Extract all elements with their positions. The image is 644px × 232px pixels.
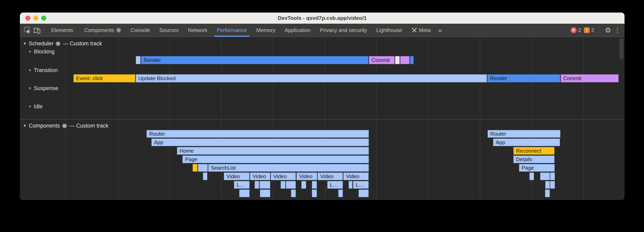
flame-bar-label: Details <box>514 156 532 163</box>
flame-bar[interactable] <box>286 181 296 189</box>
flame-bar-render[interactable]: Render <box>141 56 368 64</box>
flame-bar-label: L… <box>234 182 245 188</box>
flame-bar[interactable] <box>198 164 208 172</box>
tab-components[interactable]: Components <box>78 24 126 37</box>
flame-bar[interactable] <box>529 172 534 180</box>
minimize-window-button[interactable] <box>33 15 38 21</box>
collapse-triangle-icon[interactable]: ▼ <box>23 41 27 46</box>
vertical-scrollbar-thumb[interactable] <box>620 38 624 60</box>
tab-elements[interactable]: Elements <box>46 24 78 37</box>
flame-bar-l[interactable]: L… <box>353 181 369 189</box>
tab-meta[interactable]: Meta <box>407 24 436 37</box>
tab-console[interactable]: Console <box>126 24 154 37</box>
flame-bar-render[interactable]: Render <box>487 74 560 82</box>
tab-performance[interactable]: Performance <box>212 24 252 37</box>
tab-label: Privacy and security <box>320 27 367 33</box>
tab-label: Components <box>84 27 114 33</box>
flame-bar-video[interactable]: Video <box>318 172 343 180</box>
close-window-button[interactable] <box>25 15 30 21</box>
flame-bar-page[interactable]: Page <box>182 155 369 163</box>
flame-bar[interactable] <box>312 190 317 197</box>
flame-bar-searchlist[interactable]: SearchList <box>208 164 369 172</box>
flame-bar[interactable] <box>545 190 550 197</box>
tab-label: Sources <box>159 27 178 33</box>
flame-bar-l[interactable]: L… <box>234 181 250 189</box>
flame-bar-page[interactable]: Page <box>519 164 555 172</box>
flame-bar-router[interactable]: Router <box>488 130 560 138</box>
flame-bar-label: Page <box>519 165 534 171</box>
kebab-menu-button[interactable]: ⋮ <box>614 27 621 34</box>
flame-bar-l[interactable]: L… <box>327 181 343 189</box>
flame-bar[interactable] <box>192 164 198 172</box>
collapse-triangle-icon[interactable]: ▼ <box>28 86 32 91</box>
console-error-badge[interactable]: ✕ 2 <box>570 27 581 33</box>
flame-bar[interactable] <box>338 190 343 197</box>
flame-bar-commit[interactable]: Commit <box>369 56 395 64</box>
lane-idle[interactable]: ▼Idle <box>28 104 42 110</box>
more-tabs-button[interactable]: » <box>436 26 445 34</box>
flame-bar-app[interactable]: App <box>493 138 560 146</box>
flame-bar[interactable] <box>550 172 555 180</box>
flame-bar[interactable] <box>260 181 270 189</box>
flame-bar[interactable] <box>260 190 270 197</box>
flame-bar-label: Update Blocked <box>136 75 176 82</box>
flame-bar[interactable] <box>136 56 140 64</box>
react-atom-icon <box>56 41 61 46</box>
flame-bar[interactable] <box>312 181 317 189</box>
tab-label: Meta <box>419 27 431 33</box>
collapse-triangle-icon[interactable]: ▼ <box>28 68 32 73</box>
lane-suspense[interactable]: ▼Suspense <box>28 85 58 92</box>
flame-bar[interactable] <box>550 181 555 189</box>
traffic-lights <box>25 15 46 21</box>
flame-bar-label: SearchList <box>208 165 236 171</box>
tab-network[interactable]: Network <box>184 24 212 37</box>
flame-bar-commit[interactable]: Commit <box>560 74 619 82</box>
flame-bar-app[interactable]: App <box>151 138 369 146</box>
flame-bar[interactable] <box>301 181 306 189</box>
device-toolbar-button[interactable] <box>32 25 42 35</box>
flame-bar-video[interactable]: Video <box>296 172 317 180</box>
flame-bar-video[interactable]: Video <box>250 172 270 180</box>
flame-bar[interactable] <box>540 172 550 180</box>
flame-bar[interactable] <box>203 172 207 180</box>
flame-bar-video[interactable]: Video <box>343 172 369 180</box>
collapse-triangle-icon[interactable]: ▼ <box>28 50 32 54</box>
settings-gear-button[interactable]: ⚙ <box>605 27 611 34</box>
flame-bar-video[interactable]: Video <box>224 172 250 180</box>
flame-bar-video[interactable]: Video <box>271 172 296 180</box>
flame-bar-router[interactable]: Router <box>146 130 369 138</box>
flame-bar[interactable] <box>348 181 352 189</box>
collapse-triangle-icon[interactable]: ▼ <box>23 123 27 128</box>
flame-bar-details[interactable]: Details <box>513 155 554 163</box>
flame-bar-home[interactable]: Home <box>177 147 369 155</box>
tab-privacy-and-security[interactable]: Privacy and security <box>315 24 372 37</box>
flame-bar[interactable] <box>410 56 414 64</box>
console-warning-badge[interactable]: ! 2 <box>584 27 594 33</box>
tab-label: Performance <box>217 27 247 33</box>
flame-bar[interactable] <box>395 56 400 64</box>
flame-bar[interactable] <box>239 190 250 197</box>
lane-label: Transition <box>34 67 58 74</box>
tab-application[interactable]: Application <box>280 24 315 37</box>
flame-bar[interactable] <box>255 181 259 189</box>
components-track-header[interactable]: ▼ Components — Custom track <box>23 123 108 129</box>
collapse-triangle-icon[interactable]: ▼ <box>28 105 32 109</box>
flame-bar[interactable] <box>280 181 286 189</box>
flame-bar-event-click[interactable]: Event: click <box>74 74 135 82</box>
tabbar-right-cluster: ✕ 2 ! 2 ⚙ ⋮ <box>570 27 621 34</box>
inspect-element-button[interactable] <box>23 25 32 35</box>
flame-bar[interactable] <box>400 56 410 64</box>
tab-memory[interactable]: Memory <box>252 24 280 37</box>
scheduler-track-header[interactable]: ▼ Scheduler — Custom track <box>23 40 102 47</box>
flame-bar[interactable] <box>291 190 296 197</box>
flame-bar-label: Render <box>488 75 507 82</box>
flame-bar[interactable] <box>545 181 550 189</box>
flame-bar-update-blocked[interactable]: Update Blocked <box>136 74 487 82</box>
flame-bar[interactable] <box>358 190 369 197</box>
tab-sources[interactable]: Sources <box>154 24 183 37</box>
lane-transition[interactable]: ▼Transition <box>28 67 58 74</box>
lane-blocking[interactable]: ▼Blocking <box>28 49 54 55</box>
zoom-window-button[interactable] <box>41 15 46 21</box>
tab-lighthouse[interactable]: Lighthouse <box>372 24 407 37</box>
flame-bar-reconnect[interactable]: Reconnect <box>513 147 554 155</box>
